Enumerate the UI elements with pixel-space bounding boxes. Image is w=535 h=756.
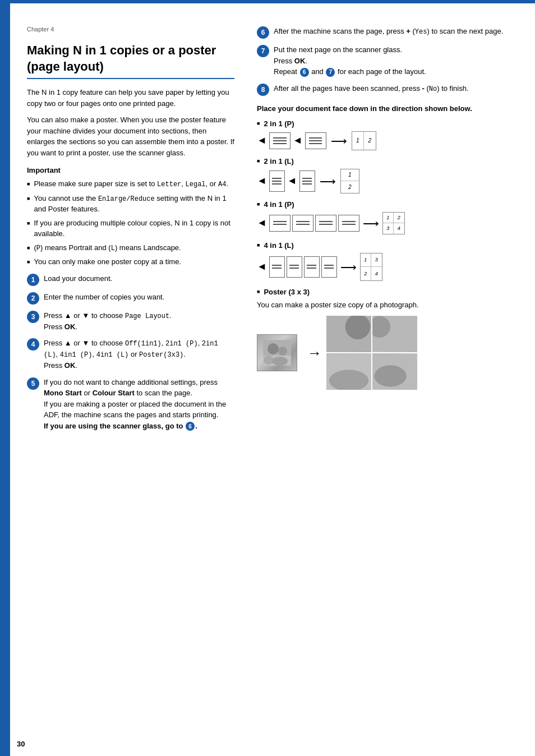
arrow-left-icon-2: ◄ — [293, 135, 303, 146]
diagram-4in1p: ◄ ⟶ 1 — [257, 212, 524, 234]
poster-arrow-icon: → — [307, 344, 322, 362]
poster-cell-2 — [372, 316, 417, 352]
step-5-number: 5 — [27, 377, 39, 390]
step-6: 6 After the machine scans the page, pres… — [257, 26, 524, 39]
result-cell-1: 1 — [352, 132, 364, 150]
step-8: 8 After all the pages have been scanned,… — [257, 83, 524, 96]
step-1-number: 1 — [27, 274, 39, 286]
result-box-2in1p: 1 2 — [352, 131, 376, 150]
bullet-item-5: You can only make one poster copy at a t… — [27, 257, 234, 268]
bullet-item-4: (P) means Portrait and (L) means Landsca… — [27, 243, 234, 253]
arrow-left-icon-5: ◄ — [257, 217, 267, 229]
step-1-text: Load your document. — [44, 273, 112, 284]
arrow-left-icon-3: ◄ — [257, 175, 267, 187]
doc-4p-1 — [269, 215, 290, 232]
step-8-number: 8 — [257, 84, 269, 96]
step-2-text: Enter the number of copies you want. — [44, 292, 164, 303]
right-column: 6 After the machine scans the page, pres… — [246, 3, 535, 756]
step-6-text: After the machine scans the page, press … — [274, 26, 503, 37]
poster-result-grid — [326, 316, 417, 390]
step-ref-7: 7 — [326, 68, 335, 77]
page-number: 30 — [17, 740, 25, 748]
result-box-4in1l: 1 3 2 4 — [360, 253, 382, 281]
doc-4l-4 — [321, 256, 337, 278]
result-cell-l1: 1 — [341, 169, 359, 181]
arrow-right-icon-3: ⟶ — [363, 216, 379, 230]
intro-paragraph-2: You can also make a poster. When you use… — [27, 114, 234, 158]
step-4-number: 4 — [27, 338, 39, 351]
diagram-4in1l: ◄ ⟶ 1 — [257, 253, 524, 281]
step-1: 1 Load your document. — [27, 273, 234, 286]
poster-cell-3 — [326, 353, 371, 390]
doc-portrait-1 — [269, 170, 285, 192]
left-column: Chapter 4 Making N in 1 copies or a post… — [10, 3, 246, 756]
step-7: 7 Put the next page on the scanner glass… — [257, 44, 524, 77]
svg-point-13 — [374, 365, 407, 386]
arrow-left-icon: ◄ — [257, 135, 267, 146]
diagram-2in1p: ◄ ◄ ⟶ 1 2 — [257, 131, 524, 150]
step-7-number: 7 — [257, 45, 269, 57]
result-cell-l2: 2 — [341, 181, 359, 193]
step-6-number: 6 — [257, 26, 269, 39]
svg-point-1 — [268, 343, 279, 354]
step-4: 4 Press ▲ or ▼ to choose Off(1in1), 2in1… — [27, 338, 234, 371]
result-box-4in1p: 1 2 3 4 — [382, 212, 405, 234]
diagram-label-4in1p: 4 in 1 (P) — [257, 200, 524, 209]
doc-4p-3 — [315, 215, 336, 232]
step-3-text: Press ▲ or ▼ to choose Page Layout.Press… — [44, 310, 172, 333]
doc-4l-3 — [304, 256, 320, 278]
doc-icon-2 — [305, 132, 326, 149]
page-title: Making N in 1 copies or a poster (page l… — [27, 43, 234, 79]
important-bullets: Please make sure paper size is set to Le… — [27, 179, 234, 268]
poster-cell-4 — [372, 353, 417, 390]
step-5: 5 If you do not want to change additiona… — [27, 377, 234, 432]
step-ref-6: 6 — [186, 422, 195, 431]
doc-4p-2 — [292, 215, 313, 232]
sidebar-accent — [0, 0, 10, 756]
step-5-text: If you do not want to change additional … — [44, 377, 234, 432]
step-7-text: Put the next page on the scanner glass.P… — [274, 44, 426, 77]
doc-portrait-2 — [299, 170, 315, 192]
arrow-right-icon-4: ⟶ — [340, 260, 357, 274]
step-2-number: 2 — [27, 292, 39, 305]
result-cell-2: 2 — [364, 132, 376, 150]
poster-description: You can make a poster size copy of a pho… — [257, 299, 524, 311]
poster-diagram: → — [257, 316, 524, 390]
step-8-text: After all the pages have been scanned, p… — [274, 83, 469, 94]
arrow-left-icon-6: ◄ — [257, 261, 267, 273]
poster-original-photo — [257, 334, 297, 371]
important-heading: Important — [27, 166, 234, 174]
arrow-left-icon-4: ◄ — [287, 175, 297, 187]
doc-4p-4 — [338, 215, 359, 232]
svg-point-5 — [272, 357, 288, 366]
intro-paragraph-1: The N in 1 copy feature can help you sav… — [27, 87, 234, 109]
step-3-number: 3 — [27, 311, 39, 323]
place-doc-label: Place your document face down in the dir… — [257, 104, 524, 114]
bullet-item-3: If you are producing multiple colour cop… — [27, 218, 234, 239]
poster-cell-1 — [326, 316, 371, 352]
doc-4l-2 — [287, 256, 302, 278]
page: Chapter 4 Making N in 1 copies or a post… — [0, 0, 535, 756]
poster-label: Poster (3 x 3) — [257, 288, 524, 296]
step-2: 2 Enter the number of copies you want. — [27, 292, 234, 305]
doc-4l-1 — [269, 256, 285, 278]
content-area: Chapter 4 Making N in 1 copies or a post… — [10, 3, 535, 756]
doc-icon-1 — [269, 132, 290, 149]
bullet-item-1: Please make sure paper size is set to Le… — [27, 179, 234, 190]
arrow-right-icon-2: ⟶ — [320, 174, 336, 188]
photo-svg — [263, 340, 291, 366]
diagram-2in1l: ◄ ◄ ⟶ 1 2 — [257, 169, 524, 193]
arrow-right-icon: ⟶ — [331, 134, 347, 147]
diagram-label-2in1l: 2 in 1 (L) — [257, 157, 524, 165]
chapter-label: Chapter 4 — [27, 26, 234, 33]
step-3: 3 Press ▲ or ▼ to choose Page Layout.Pre… — [27, 310, 234, 333]
result-box-2in1l: 1 2 — [340, 169, 359, 193]
diagram-label-4in1l: 4 in 1 (L) — [257, 241, 524, 250]
bullet-item-2: You cannot use the Enlarge/Reduce settin… — [27, 193, 234, 215]
step-ref-6b: 6 — [300, 68, 309, 77]
diagram-label-2in1p: 2 in 1 (P) — [257, 119, 524, 128]
step-4-text: Press ▲ or ▼ to choose Off(1in1), 2in1 (… — [44, 338, 234, 371]
svg-point-2 — [278, 347, 287, 356]
svg-point-4 — [264, 356, 274, 365]
